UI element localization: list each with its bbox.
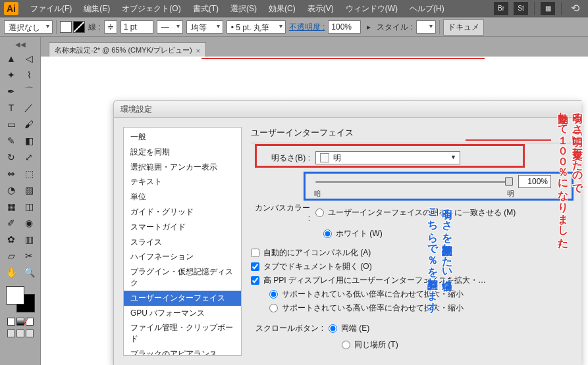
sync-icon[interactable]: ⟲ <box>568 2 582 15</box>
mesh-tool[interactable]: ▦ <box>3 199 19 214</box>
draw-modes <box>7 329 34 337</box>
opacity-caret[interactable]: ▸ <box>364 22 373 32</box>
cat-sync[interactable]: 設定を同期 <box>124 145 241 160</box>
cat-ui[interactable]: ユーザーインターフェイス <box>124 291 241 306</box>
curvature-tool[interactable]: ⌒ <box>21 84 37 99</box>
menu-effect[interactable]: 効果(C) <box>263 1 301 17</box>
cat-selection[interactable]: 選択範囲・アンカー表示 <box>124 160 241 175</box>
brightness-slider[interactable]: 暗 明 <box>315 176 513 187</box>
cat-slices[interactable]: スライス <box>124 235 241 250</box>
stroke-stepper[interactable]: ≑ <box>104 20 117 34</box>
fill-swatch[interactable] <box>60 21 72 33</box>
menu-select[interactable]: 選択(S) <box>225 1 262 17</box>
perspective-tool[interactable]: ▨ <box>21 183 37 197</box>
menu-object[interactable]: オブジェクト(O) <box>117 1 186 17</box>
hippi-low-radio[interactable]: サポートされている低い倍率に合わせて拡大・縮小 <box>269 289 572 300</box>
line-tool[interactable]: ／ <box>21 101 37 115</box>
bridge-icon[interactable]: Br <box>494 2 508 15</box>
doc-setup-button[interactable]: ドキュメ <box>443 19 484 36</box>
stroke-swatch[interactable] <box>73 21 85 33</box>
options-bar: 選択なし 線 : ≑ 1 pt — 均等 • 5 pt. 丸筆 不透明度 : 1… <box>0 17 588 37</box>
gradient-icon[interactable] <box>16 318 24 326</box>
eraser-tool[interactable]: ◧ <box>21 134 37 148</box>
cat-gpu[interactable]: GPU パフォーマンス <box>124 306 241 321</box>
lasso-tool[interactable]: ⌇ <box>21 68 37 82</box>
scale-tool[interactable]: ⤢ <box>21 150 37 164</box>
menu-file[interactable]: ファイル(F) <box>25 1 77 17</box>
pencil-tool[interactable]: ✎ <box>3 134 19 148</box>
direct-selection-tool[interactable]: ◁ <box>21 51 37 66</box>
menu-view[interactable]: 表示(V) <box>302 1 339 17</box>
solid-icon[interactable] <box>7 318 15 326</box>
cat-black[interactable]: ブラックのアピアランス <box>124 347 241 356</box>
shape-builder-tool[interactable]: ◔ <box>3 183 19 197</box>
draw-behind-icon[interactable] <box>16 329 24 337</box>
opacity-label[interactable]: 不透明度 : <box>289 22 325 33</box>
paintbrush-tool[interactable]: 🖌 <box>21 117 37 132</box>
scroll-same-radio[interactable]: 同じ場所 (T) <box>342 339 572 351</box>
fill-color[interactable] <box>6 286 24 304</box>
cat-hyphenation[interactable]: ハイフネーション <box>124 249 241 264</box>
scroll-ends-radio[interactable]: 両端 (E) <box>329 323 369 334</box>
artboard-tool[interactable]: ▱ <box>3 249 19 263</box>
stroke-width-field[interactable]: 1 pt <box>120 20 153 34</box>
none-icon[interactable]: ⁄ <box>26 318 34 326</box>
color-picker[interactable] <box>6 286 35 312</box>
fill-stroke-swatches[interactable] <box>60 21 85 33</box>
opacity-field[interactable]: 100% <box>328 20 361 34</box>
brush-select[interactable]: • 5 pt. 丸筆 <box>227 20 286 34</box>
slider-thumb[interactable] <box>505 177 513 186</box>
menu-window[interactable]: ウィンドウ(W) <box>340 1 403 17</box>
pen-tool[interactable]: ✒ <box>3 84 19 99</box>
stroke-profile[interactable]: — <box>157 20 183 34</box>
cat-guides[interactable]: ガイド・グリッド <box>124 205 241 220</box>
stroke-uniform[interactable]: 均等 <box>186 20 223 34</box>
panel-grabber[interactable]: ◀◀ <box>15 41 26 48</box>
zoom-tool[interactable]: 🔍 <box>21 265 37 280</box>
width-tool[interactable]: ⇔ <box>3 166 19 181</box>
menu-help[interactable]: ヘルプ(H) <box>404 1 450 17</box>
hand-tool[interactable]: ✋ <box>3 265 19 280</box>
symbol-sprayer-tool[interactable]: ✿ <box>3 232 19 247</box>
rectangle-tool[interactable]: ▭ <box>3 117 19 132</box>
selection-tool[interactable]: ▲ <box>3 51 19 66</box>
graph-tool[interactable]: ▥ <box>21 232 37 247</box>
stock-icon[interactable]: St <box>514 2 528 15</box>
preferences-category-list[interactable]: 一般 設定を同期 選択範囲・アンカー表示 テキスト 単位 ガイド・グリッド スマ… <box>123 127 242 356</box>
selection-indicator <box>201 58 485 59</box>
document-tab-title: 名称未設定-2* @ 65% (CMYK/プレビュー) <box>55 45 192 55</box>
arrange-icon[interactable]: ▦ <box>541 2 555 15</box>
brush-label: 5 pt. 丸筆 <box>236 23 269 32</box>
open-tabs-check[interactable]: タブでドキュメントを開く (O) <box>251 261 572 272</box>
slice-tool[interactable]: ✂ <box>21 249 37 263</box>
scroll-ends-label: 両端 (E) <box>341 323 369 334</box>
draw-inside-icon[interactable] <box>26 329 34 337</box>
free-transform-tool[interactable]: ⬚ <box>21 166 37 181</box>
cat-text[interactable]: テキスト <box>124 174 241 189</box>
blend-tool[interactable]: ◉ <box>21 216 37 230</box>
cat-smart-guides[interactable]: スマートガイド <box>124 220 241 235</box>
menu-bar: Ai ファイル(F) 編集(E) オブジェクト(O) 書式(T) 選択(S) 効… <box>0 0 588 17</box>
type-tool[interactable]: T <box>3 101 19 115</box>
menu-type[interactable]: 書式(T) <box>188 1 224 17</box>
rotate-tool[interactable]: ↻ <box>3 150 19 164</box>
hippi-check[interactable]: 高 PPI ディスプレイ用にユーザーインターフェイスを拡大・… <box>251 275 572 286</box>
menu-edit[interactable]: 編集(E) <box>78 1 115 17</box>
tab-close-icon[interactable]: × <box>196 47 200 55</box>
magic-wand-tool[interactable]: ✦ <box>3 68 19 82</box>
canvas-match-radio[interactable]: ユーザーインターフェイスの明るさに一致させる (M) <box>315 207 516 218</box>
selection-dropdown[interactable]: 選択なし <box>4 20 53 34</box>
style-select[interactable] <box>416 20 436 34</box>
cat-units[interactable]: 単位 <box>124 189 241 205</box>
auto-iconize-check[interactable]: 自動的にアイコンパネル化 (A) <box>251 247 572 258</box>
cat-general[interactable]: 一般 <box>124 130 241 145</box>
brightness-dropdown[interactable]: 明 <box>315 151 460 164</box>
gradient-tool[interactable]: ◫ <box>21 199 37 214</box>
hippi-high-radio[interactable]: サポートされている高い倍率に合わせて拡大・縮小 <box>269 303 572 314</box>
draw-normal-icon[interactable] <box>7 329 15 337</box>
cat-file[interactable]: ファイル管理・クリップボード <box>124 320 241 347</box>
scroll-same-label: 同じ場所 (T) <box>354 339 398 351</box>
cat-plugins[interactable]: プラグイン・仮想記憶ディスク <box>124 264 241 291</box>
eyedropper-tool[interactable]: ✐ <box>3 216 19 230</box>
brightness-percent-field[interactable]: 100% <box>518 175 551 188</box>
